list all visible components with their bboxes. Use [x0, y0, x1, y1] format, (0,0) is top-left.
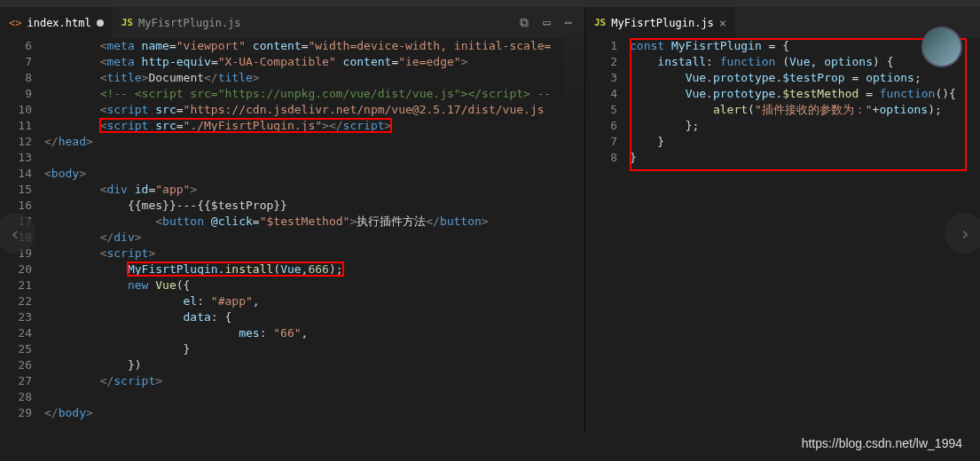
code-line[interactable]	[44, 150, 584, 166]
line-number: 16	[0, 198, 32, 214]
editor-pane-left: <>index.htmlJSMyFisrtPlugin.js⧉▭⋯ 678910…	[0, 7, 585, 433]
code-line[interactable]: <!-- <script src="https://unpkg.com/vue/…	[44, 86, 584, 102]
code-line[interactable]: data: {	[44, 309, 584, 325]
html-file-icon: <>	[9, 17, 21, 29]
dirty-indicator-icon	[97, 20, 104, 27]
code-line[interactable]: <script src="./MyFisrtPlugin.js"></scrip…	[44, 118, 584, 134]
avatar	[921, 27, 962, 67]
line-number: 26	[0, 357, 32, 373]
line-number: 13	[0, 150, 32, 166]
editor-pane-right: JSMyFisrtPlugin.js× 12345678 const MyFis…	[585, 7, 980, 433]
line-number: 1	[585, 38, 617, 54]
line-number: 21	[0, 277, 32, 293]
line-number: 12	[0, 134, 32, 150]
code-line[interactable]: }	[44, 341, 584, 357]
code-line[interactable]: <div id="app">	[44, 182, 584, 198]
code-line[interactable]: MyFisrtPlugin.install(Vue,666);	[44, 262, 584, 277]
editor-left[interactable]: 6789101112131415161718192021222324252627…	[0, 38, 584, 433]
titlebar-strip	[0, 0, 980, 7]
code-line[interactable]: mes: "66",	[44, 325, 584, 341]
line-number: 27	[0, 373, 32, 389]
tab-bar-right: JSMyFisrtPlugin.js×	[585, 7, 980, 38]
watermark-text: https://blog.csdn.net/lw_1994	[802, 436, 962, 450]
line-number: 23	[0, 309, 32, 325]
line-number: 7	[0, 54, 32, 70]
code-line[interactable]: }	[630, 134, 980, 150]
code-line[interactable]: alert("插件接收的参数为："+options);	[630, 102, 980, 118]
code-line[interactable]: })	[44, 357, 584, 373]
code-line[interactable]: </body>	[44, 405, 584, 421]
tab-label: MyFisrtPlugin.js	[611, 17, 714, 29]
code-line[interactable]: <meta name="viewport" content="width=dev…	[44, 38, 584, 54]
line-number: 7	[585, 134, 617, 150]
line-number: 24	[0, 325, 32, 341]
tab-label: index.html	[27, 17, 90, 29]
line-number: 6	[585, 118, 617, 134]
line-number: 9	[0, 86, 32, 102]
code-line[interactable]: new Vue({	[44, 277, 584, 293]
line-number: 8	[585, 150, 617, 166]
line-number: 25	[0, 341, 32, 357]
code-line[interactable]: </div>	[44, 230, 584, 246]
tab-index-html[interactable]: <>index.html	[0, 7, 113, 38]
line-number: 20	[0, 262, 32, 277]
js-file-icon: JS	[122, 17, 133, 28]
more-icon[interactable]: ⋯	[565, 15, 572, 30]
next-arrow-icon[interactable]: ›	[945, 213, 980, 254]
code-line[interactable]: el: "#app",	[44, 293, 584, 309]
tab-bar-left: <>index.htmlJSMyFisrtPlugin.js⧉▭⋯	[0, 7, 584, 38]
tab-MyFisrtPlugin-js[interactable]: JSMyFisrtPlugin.js	[113, 7, 250, 38]
code-line[interactable]: <script>	[44, 246, 584, 262]
line-number: 2	[585, 54, 617, 70]
line-number: 10	[0, 102, 32, 118]
code-line[interactable]	[44, 389, 584, 405]
line-number: 15	[0, 182, 32, 198]
code-line[interactable]: };	[630, 118, 980, 134]
code-line[interactable]: Vue.prototype.$testMethod = function(){	[630, 86, 980, 102]
editor-right[interactable]: 12345678 const MyFisrtPlugin = { install…	[585, 38, 980, 433]
tab-label: MyFisrtPlugin.js	[138, 17, 241, 29]
line-number: 29	[0, 405, 32, 421]
line-number: 4	[585, 86, 617, 102]
close-icon[interactable]: ×	[719, 16, 726, 30]
line-number: 22	[0, 293, 32, 309]
highlighted-code: <script src="./MyFisrtPlugin.js"></scrip…	[100, 119, 392, 132]
code-line[interactable]: <body>	[44, 166, 584, 182]
minimap[interactable]	[563, 38, 584, 127]
code-line[interactable]: <script src="https://cdn.jsdelivr.net/np…	[44, 102, 584, 118]
line-number: 8	[0, 70, 32, 86]
tab-MyFisrtPlugin-js[interactable]: JSMyFisrtPlugin.js×	[585, 7, 735, 38]
code-line[interactable]: </script>	[44, 373, 584, 389]
line-number: 28	[0, 389, 32, 405]
line-number: 11	[0, 118, 32, 134]
line-number: 5	[585, 102, 617, 118]
highlighted-code: MyFisrtPlugin.install(Vue,666);	[128, 262, 343, 276]
code-line[interactable]: Vue.prototype.$testProp = options;	[630, 70, 980, 86]
code-line[interactable]: {{mes}}---{{$testProp}}	[44, 198, 584, 214]
line-number: 3	[585, 70, 617, 86]
code-line[interactable]: <meta http-equiv="X-UA-Compatible" conte…	[44, 54, 584, 70]
compare-icon[interactable]: ⧉	[520, 15, 529, 30]
editor-panes: <>index.htmlJSMyFisrtPlugin.js⧉▭⋯ 678910…	[0, 7, 980, 433]
code-line[interactable]: }	[630, 150, 980, 166]
js-file-icon: JS	[594, 17, 606, 28]
split-icon[interactable]: ▭	[543, 15, 550, 30]
code-line[interactable]: <title>Document</title>	[44, 70, 584, 86]
line-number: 14	[0, 166, 32, 182]
code-line[interactable]: </head>	[44, 134, 584, 150]
code-line[interactable]: <button @click="$testMethod">执行插件方法</but…	[44, 214, 584, 230]
line-number: 6	[0, 38, 32, 54]
